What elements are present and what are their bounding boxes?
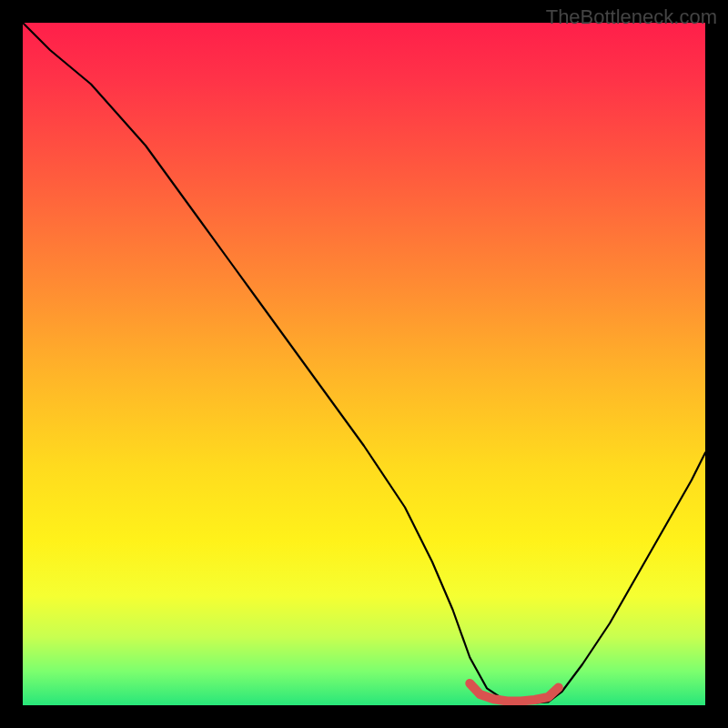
plot-area xyxy=(23,23,705,705)
watermark: TheBottleneck.com xyxy=(546,5,717,29)
chart-svg xyxy=(23,23,705,705)
sweet-spot-marker xyxy=(470,683,559,702)
bottleneck-curve xyxy=(23,23,705,703)
